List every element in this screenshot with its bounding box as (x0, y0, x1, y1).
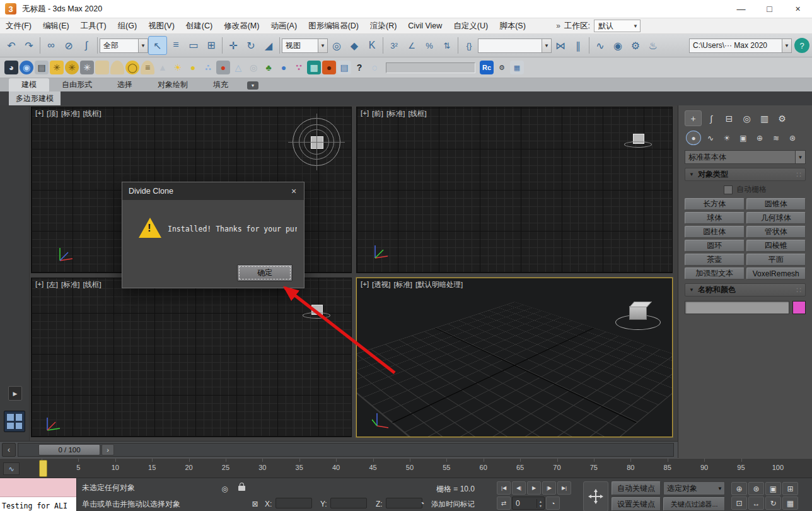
menu-item[interactable]: 工具(T) (75, 18, 112, 33)
add-time-tag[interactable]: 添加时间标记 (431, 500, 475, 509)
teal-app-icon[interactable]: ▦ (307, 61, 321, 74)
selection-filter-dropdown[interactable]: 全部 ▼ (100, 38, 148, 53)
zoom-all-button[interactable]: ⊛ (748, 482, 764, 495)
angle-snap-icon[interactable]: ∠ (403, 37, 420, 54)
data-grid-icon[interactable]: ▦ (510, 61, 524, 74)
expand-panel-button[interactable]: ▶ (8, 386, 22, 401)
space-warps-category-icon[interactable]: ≋ (769, 131, 783, 144)
previous-frame-button[interactable]: ◀| (512, 481, 526, 495)
primitive-button[interactable]: 加强型文本 (685, 267, 745, 279)
track-bar[interactable]: ∿ 05101520253035404550556065707580859095… (0, 458, 812, 478)
minimize-button[interactable]: — (727, 0, 755, 18)
y-coordinate-field[interactable] (330, 498, 367, 508)
scatter-objects-icon[interactable]: ✳ (50, 61, 64, 74)
hierarchy-tab-icon[interactable]: ⊟ (721, 111, 737, 126)
help-community-icon[interactable]: ? (794, 38, 809, 53)
menu-item[interactable]: 视图(V) (142, 18, 180, 33)
viewport-front[interactable]: [+][前][标准][线框] (356, 107, 673, 273)
workspace-dropdown[interactable]: 默认 ▼ (594, 20, 641, 32)
select-and-scale-icon[interactable]: ◢ (260, 37, 277, 54)
dashed-circle-icon[interactable]: ◌ (368, 61, 381, 74)
x-coordinate-field[interactable] (276, 498, 312, 508)
rectangular-selection-region-icon[interactable]: ▭ (185, 36, 202, 54)
viewport-label-segment[interactable]: [标准] (394, 280, 412, 290)
viewport-label-segment[interactable]: [标准] (61, 280, 79, 290)
tab-polygon-modeling[interactable]: 多边形建模 (9, 91, 61, 105)
time-slider-knob[interactable]: 0 / 100 (38, 444, 100, 455)
primitive-button[interactable]: 几何球体 (746, 212, 806, 224)
select-and-rotate-icon[interactable]: ↻ (242, 37, 260, 54)
autogrid-checkbox[interactable] (724, 185, 733, 194)
key-filters-button[interactable]: 关键点过滤器... (663, 497, 725, 511)
ribbon-tab[interactable]: 建模 (9, 78, 49, 91)
toolbar-overflow-icon[interactable]: » (556, 21, 560, 30)
geometry-category-icon[interactable]: ● (686, 131, 701, 145)
cameras-category-icon[interactable]: ▣ (736, 131, 750, 144)
z-coordinate-field[interactable] (386, 498, 422, 508)
curve-editor-icon[interactable]: ∿ (591, 37, 609, 54)
viewport-label-segment[interactable]: [左] (47, 280, 58, 290)
next-frame-button[interactable]: |▶ (542, 481, 556, 495)
macro-recorder-pane[interactable] (0, 478, 76, 497)
viewport-label-segment[interactable]: [线框] (408, 109, 426, 119)
blue-sphere-icon[interactable]: ● (277, 61, 291, 74)
go-to-start-button[interactable]: |◀ (497, 481, 511, 495)
ribbon-tab[interactable]: 自由形式 (49, 78, 105, 91)
play-button[interactable]: ▶ (527, 481, 541, 495)
object-name-field[interactable] (685, 301, 789, 314)
render-setup-icon[interactable]: ⚙ (627, 37, 644, 54)
ribbon-collapse-button[interactable]: ▾ (247, 81, 258, 90)
menu-item[interactable]: 自定义(U) (448, 18, 494, 33)
maximize-button[interactable]: □ (755, 0, 784, 18)
web-browser-icon[interactable]: ◉ (20, 61, 33, 74)
helpers-category-icon[interactable]: ⊕ (753, 131, 767, 144)
sun-light-icon[interactable]: ☀ (171, 61, 185, 74)
use-pivot-point-icon[interactable]: ◎ (328, 37, 345, 54)
zoom-button[interactable]: ⊕ (731, 482, 747, 495)
selection-lock-toggle[interactable] (238, 486, 245, 491)
primitive-button[interactable]: 茶壶 (685, 254, 745, 266)
material-editor-icon[interactable]: ◉ (609, 37, 627, 54)
dialog-title-bar[interactable]: Divide Clone × (122, 182, 304, 200)
primitive-button[interactable]: VoxelRemesh (746, 267, 806, 279)
dome-primitive-icon[interactable] (110, 61, 124, 74)
lights-category-icon[interactable]: ☀ (720, 131, 734, 144)
undo-icon[interactable]: ↶ (3, 37, 20, 54)
maxscript-mini-listener[interactable]: Testing for ALI (0, 478, 77, 511)
viewport-label-segment[interactable]: [透视] (372, 280, 390, 290)
current-frame-marker[interactable] (39, 460, 47, 477)
pyramid-icon[interactable]: △ (231, 61, 245, 74)
floating-window-icon[interactable]: ▤ (35, 61, 49, 74)
ok-button[interactable]: 确定 (237, 264, 293, 281)
motion-tab-icon[interactable]: ◎ (739, 111, 755, 126)
primitive-button[interactable]: 圆柱体 (685, 226, 745, 238)
ribbon-tab[interactable]: 选择 (105, 78, 145, 91)
zoom-extents-all-button[interactable]: ⊞ (782, 482, 798, 495)
berries-icon[interactable]: ∵ (292, 61, 306, 74)
primitive-category-dropdown[interactable]: 标准基本体 ▼ (685, 150, 806, 164)
spacing-tool-icon[interactable]: ✳ (65, 61, 79, 74)
select-by-name-icon[interactable]: ≡ (167, 36, 185, 54)
time-configuration-button[interactable]: ◔ (546, 496, 560, 510)
select-object-icon[interactable]: ↖ (148, 36, 167, 55)
primitive-button[interactable]: 四棱锥 (746, 240, 806, 252)
bind-to-space-warp-icon[interactable]: ∫ (78, 37, 95, 54)
window-crossing-icon[interactable]: ⊞ (202, 36, 220, 54)
time-slider-next-button[interactable]: › (102, 444, 114, 455)
primitive-button[interactable]: 平面 (746, 254, 806, 266)
pan-view-button[interactable]: ↔ (748, 496, 764, 510)
menu-item[interactable]: 组(G) (112, 18, 143, 33)
menu-item[interactable]: 渲染(R) (364, 18, 402, 33)
edit-named-selection-sets-icon[interactable]: {} (460, 37, 478, 54)
render-production-icon[interactable]: ♨ (644, 37, 662, 54)
spinner-snap-icon[interactable]: ⇅ (438, 37, 456, 54)
viewport-label-segment[interactable]: [默认明暗处理] (415, 280, 463, 290)
systems-category-icon[interactable]: ⊛ (786, 131, 799, 144)
sphere-primitive-icon[interactable]: ● (186, 61, 200, 74)
utilities-tab-icon[interactable]: ⚙ (774, 111, 790, 126)
redo-icon[interactable]: ↷ (20, 37, 38, 54)
maximize-viewport-toggle-button[interactable]: ▦ (782, 496, 798, 510)
torus-primitive-icon[interactable]: ◯ (125, 61, 139, 74)
percent-snap-icon[interactable]: % (420, 37, 438, 54)
menu-item[interactable]: 脚本(S) (494, 18, 531, 33)
